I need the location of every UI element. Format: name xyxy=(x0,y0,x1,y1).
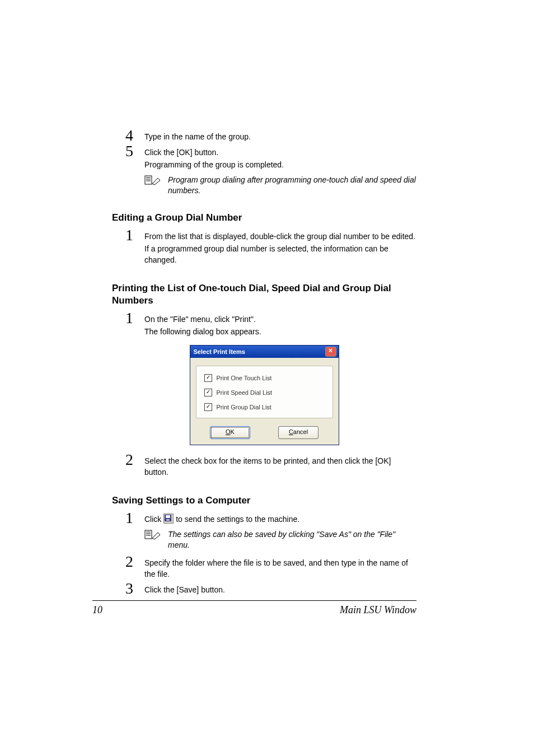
printing-step-1: 1 On the "File" menu, click "Print". The… xyxy=(125,311,416,338)
saving-step-1-text: Click to send the settings to the machin… xyxy=(144,514,299,525)
editing-step-1-text1: From the list that is displayed, double-… xyxy=(144,231,416,242)
step-5-text-1: Click the [OK] button. xyxy=(144,147,284,158)
printing-step-2: 2 Select the check box for the items to … xyxy=(125,453,416,479)
dialog-titlebar[interactable]: Select Print Items × xyxy=(190,346,339,358)
note-icon xyxy=(144,175,162,185)
step-5: 5 Click the [OK] button. Programming of … xyxy=(125,144,416,171)
checkbox-speed-dial[interactable]: ✓ Print Speed Dial List xyxy=(204,389,325,396)
step-number-1a: 1 xyxy=(125,228,141,242)
printing-step-1-text2: The following dialog box appears. xyxy=(144,326,261,337)
step-number-4: 4 xyxy=(125,129,141,142)
saving-step-3: 3 Click the [Save] button. xyxy=(125,582,416,596)
checkbox-one-touch[interactable]: ✓ Print One Touch List xyxy=(204,374,325,382)
heading-saving-settings: Saving Settings to a Computer xyxy=(112,494,416,507)
saving-step-2: 2 Specify the folder where the file is t… xyxy=(125,555,416,581)
checkbox-icon: ✓ xyxy=(204,389,212,396)
steps-continued: 4 Type in the name of the group. 5 Click… xyxy=(125,129,416,196)
heading-printing-list: Printing the List of One-touch Dial, Spe… xyxy=(112,282,416,307)
printing-step-1-text1: On the "File" menu, click "Print". xyxy=(144,314,261,325)
checkbox-icon: ✓ xyxy=(204,403,212,411)
dialog-title: Select Print Items xyxy=(194,348,245,355)
svg-rect-0 xyxy=(145,176,152,184)
editing-step-1: 1 From the list that is displayed, doubl… xyxy=(125,228,416,267)
step-number-1c: 1 xyxy=(125,511,141,525)
note-save-as: The settings can also be saved by clicki… xyxy=(144,529,416,550)
note-text-2: The settings can also be saved by clicki… xyxy=(168,529,416,550)
svg-rect-8 xyxy=(145,530,152,539)
step-number-2a: 2 xyxy=(125,453,141,466)
checkbox-group-dial[interactable]: ✓ Print Group Dial List xyxy=(204,403,325,411)
svg-line-4 xyxy=(158,178,160,180)
checkbox-label-1: Print One Touch List xyxy=(217,375,272,381)
footer-title: Main LSU Window xyxy=(340,604,416,616)
checkbox-label-3: Print Group Dial List xyxy=(217,404,271,410)
checkbox-group: ✓ Print One Touch List ✓ Print Speed Dia… xyxy=(196,366,333,418)
saving-step-1: 1 Click to send the settings to the mach… xyxy=(125,511,416,526)
step-number-5: 5 xyxy=(125,144,141,158)
cancel-button[interactable]: Cancel xyxy=(278,426,318,439)
checkbox-icon: ✓ xyxy=(204,374,212,382)
svg-rect-6 xyxy=(166,515,170,518)
svg-rect-7 xyxy=(166,519,170,521)
saving-step-3-text: Click the [Save] button. xyxy=(144,584,225,595)
main-content: 4 Type in the name of the group. 5 Click… xyxy=(112,129,416,598)
note-text-1: Program group dialing after programming … xyxy=(168,175,416,196)
note-program-group: Program group dialing after programming … xyxy=(144,175,416,196)
heading-editing-group-dial: Editing a Group Dial Number xyxy=(112,212,416,224)
checkbox-label-2: Print Speed Dial List xyxy=(217,389,273,396)
page-footer: 10 Main LSU Window xyxy=(92,600,416,616)
step-4-text: Type in the name of the group. xyxy=(144,131,251,142)
close-icon[interactable]: × xyxy=(325,347,336,357)
step-number-3a: 3 xyxy=(125,582,141,595)
editing-step-1-text2: If a programmed group dial number is sel… xyxy=(144,243,416,265)
note-icon xyxy=(144,530,162,540)
step-4: 4 Type in the name of the group. xyxy=(125,129,416,143)
printing-step-2-text: Select the check box for the items to be… xyxy=(144,455,416,478)
ok-button[interactable]: OK xyxy=(210,426,250,439)
step-5-text-2: Programming of the group is completed. xyxy=(144,159,284,170)
save-icon xyxy=(163,514,174,524)
dialog-container: Select Print Items × ✓ Print One Touch L… xyxy=(112,345,416,445)
step-number-1b: 1 xyxy=(125,311,141,325)
step-number-2b: 2 xyxy=(125,555,141,568)
select-print-items-dialog: Select Print Items × ✓ Print One Touch L… xyxy=(190,345,339,445)
saving-step-2-text: Specify the folder where the file is to … xyxy=(144,557,416,580)
page-number: 10 xyxy=(92,604,102,616)
